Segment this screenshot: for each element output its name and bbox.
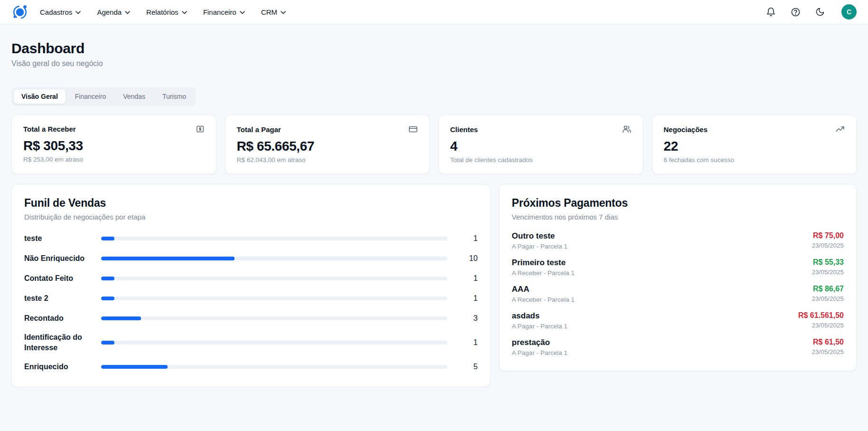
stat-value: 4 <box>450 139 632 154</box>
payment-due-date: 23/05/2025 <box>811 242 844 249</box>
funnel-stage-value: 5 <box>458 363 478 371</box>
dashboard-tabs: Visão Geral Financeiro Vendas Turismo <box>11 87 196 106</box>
funnel-bar-track <box>101 341 447 345</box>
funnel-row: Não Enriquecido 10 <box>24 252 478 264</box>
payment-detail: A Pagar - Parcela 1 <box>512 349 567 356</box>
banknote-icon <box>196 125 205 134</box>
stat-card-total-a-pagar: Total a Pagar R$ 65.665,67 R$ 62.043,00 … <box>225 115 430 174</box>
stat-card-negociacoes: Negociações 22 6 fechadas com sucesso <box>652 115 857 174</box>
funnel-row: Identificação do Interesse 1 <box>24 332 478 353</box>
trending-up-icon <box>835 125 845 134</box>
payment-name: Primeiro teste <box>512 258 575 268</box>
payment-amount: R$ 75,00 <box>811 231 844 240</box>
tab-visao-geral[interactable]: Visão Geral <box>13 89 66 104</box>
payment-due-date: 23/05/2025 <box>798 322 844 329</box>
funnel-row: Enriquecido 5 <box>24 361 478 373</box>
funnel-bar <box>101 257 235 260</box>
payment-list-item: asdads A Pagar - Parcela 1 R$ 61.561,50 … <box>512 311 844 330</box>
payment-amount: R$ 86,67 <box>811 285 844 293</box>
stat-label: Total a Pagar <box>237 125 281 134</box>
payment-list-item: AAA A Receber - Parcela 1 R$ 86,67 23/05… <box>512 285 844 303</box>
menu-label: CRM <box>261 8 277 16</box>
stat-subtext: R$ 253,00 em atraso <box>23 156 205 163</box>
payment-amount: R$ 61,50 <box>811 338 844 346</box>
funnel-bar <box>101 237 114 240</box>
stat-label: Negociações <box>664 125 708 134</box>
chevron-down-icon <box>75 11 81 14</box>
funnel-row: teste 2 1 <box>24 292 478 304</box>
payment-detail: A Pagar - Parcela 1 <box>512 243 567 250</box>
payments-list: Outro teste A Pagar - Parcela 1 R$ 75,00… <box>512 231 844 356</box>
funnel-bar-track <box>101 237 447 240</box>
stats-row: Total a Receber R$ 305,33 R$ 253,00 em a… <box>11 115 857 174</box>
tab-turismo[interactable]: Turismo <box>154 89 194 104</box>
stat-value: 22 <box>664 139 845 154</box>
app-logo-icon[interactable] <box>11 3 28 20</box>
main-cards-row: Funil de Vendas Distribuição de negociaç… <box>11 184 857 387</box>
payment-name: prestação <box>512 338 567 347</box>
funnel-stage-label: Contato Feito <box>24 273 91 284</box>
funnel-row: Contato Feito 1 <box>24 272 478 284</box>
tab-vendas[interactable]: Vendas <box>115 89 153 104</box>
stat-label: Total a Receber <box>23 125 76 133</box>
payment-list-item: Outro teste A Pagar - Parcela 1 R$ 75,00… <box>512 231 844 250</box>
funnel-bar <box>101 365 168 369</box>
help-icon[interactable] <box>789 6 802 18</box>
menu-relatorios[interactable]: Relatórios <box>146 8 187 16</box>
payment-name: asdads <box>512 311 567 321</box>
payment-due-date: 23/05/2025 <box>811 295 844 302</box>
page-subtitle: Visão geral do seu negócio <box>11 59 857 68</box>
chevron-down-icon <box>125 11 130 14</box>
payment-amount: R$ 55,33 <box>811 258 844 267</box>
funnel-bar <box>101 277 114 280</box>
user-avatar[interactable]: C <box>841 4 857 19</box>
funnel-bar-track <box>101 297 447 300</box>
stat-value: R$ 65.665,67 <box>237 139 418 154</box>
funnel-stage-value: 1 <box>458 274 478 283</box>
dark-mode-moon-icon[interactable] <box>814 6 826 18</box>
payments-subtitle: Vencimentos nos próximos 7 dias <box>512 213 844 221</box>
menu-label: Agenda <box>97 8 122 16</box>
stat-label: Clientes <box>450 125 478 134</box>
payment-name: Outro teste <box>512 231 567 241</box>
dashboard-screen: Cadastros Agenda Relatórios Financeiro C… <box>0 0 868 431</box>
funnel-bar <box>101 297 114 300</box>
payment-detail: A Receber - Parcela 1 <box>512 269 575 277</box>
funnel-stage-label: teste <box>24 233 91 244</box>
stat-subtext: Total de clientes cadastrados <box>450 156 632 163</box>
tab-financeiro[interactable]: Financeiro <box>67 89 114 104</box>
funnel-chart: teste 1 Não Enriquecido 10 Contato Feito… <box>24 232 478 373</box>
stat-value: R$ 305,33 <box>23 138 205 153</box>
funnel-bar-track <box>101 365 447 369</box>
navbar-actions: C <box>764 4 857 19</box>
payment-name: AAA <box>512 285 575 294</box>
menu-crm[interactable]: CRM <box>261 8 286 16</box>
funnel-title: Funil de Vendas <box>24 197 478 210</box>
menu-cadastros[interactable]: Cadastros <box>40 8 81 16</box>
funnel-stage-value: 1 <box>458 294 478 303</box>
chevron-down-icon <box>240 11 245 14</box>
stat-subtext: R$ 62.043,00 em atraso <box>237 156 418 163</box>
users-icon <box>622 125 632 134</box>
chevron-down-icon <box>281 11 286 14</box>
funnel-stage-label: teste 2 <box>24 293 91 304</box>
menu-financeiro[interactable]: Financeiro <box>203 8 245 16</box>
notifications-bell-icon[interactable] <box>764 6 777 18</box>
menu-label: Relatórios <box>146 8 179 16</box>
payment-list-item: prestação A Pagar - Parcela 1 R$ 61,50 2… <box>512 338 844 356</box>
funnel-stage-value: 1 <box>458 338 478 347</box>
payment-amount: R$ 61.561,50 <box>798 311 844 320</box>
funnel-bar-track <box>101 277 447 280</box>
funnel-bar-track <box>101 257 447 260</box>
payment-list-item: Primeiro teste A Receber - Parcela 1 R$ … <box>512 258 844 277</box>
payments-title: Próximos Pagamentos <box>512 197 844 210</box>
payment-due-date: 23/05/2025 <box>811 268 844 276</box>
page-title: Dashboard <box>11 40 857 57</box>
main-content: Dashboard Visão geral do seu negócio Vis… <box>0 24 868 431</box>
chevron-down-icon <box>182 11 187 14</box>
payment-detail: A Pagar - Parcela 1 <box>512 323 567 330</box>
funnel-stage-value: 10 <box>458 254 478 263</box>
funnel-stage-label: Enriquecido <box>24 362 91 372</box>
menu-agenda[interactable]: Agenda <box>97 8 130 16</box>
funnel-bar <box>101 316 141 320</box>
